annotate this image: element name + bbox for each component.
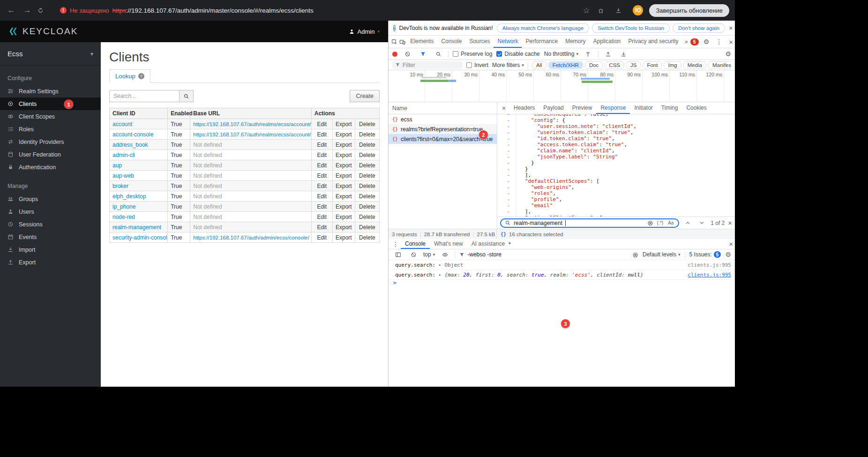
drawer-tab-ai-assistance[interactable]: AI assistance xyxy=(467,239,516,249)
console-settings-gear-icon[interactable]: ⚙ xyxy=(725,251,731,258)
base-url-link[interactable]: https://192.168.107.67/auth/realms/ecss/… xyxy=(193,121,311,127)
import-har-icon[interactable] xyxy=(603,51,614,57)
sidebar-item-import[interactable]: Import xyxy=(0,243,101,256)
client-id-link[interactable]: realm-management xyxy=(112,224,161,231)
search-input[interactable] xyxy=(109,90,180,102)
sidebar-item-sessions[interactable]: Sessions xyxy=(0,218,101,231)
kebab-menu-icon[interactable]: ⋮ xyxy=(714,38,724,45)
delete-action[interactable]: Delete xyxy=(355,171,379,181)
sidebar-item-roles[interactable]: Roles xyxy=(0,123,101,135)
devtools-tab-network[interactable]: Network xyxy=(494,36,522,48)
device-toolbar-icon[interactable] xyxy=(398,39,406,45)
edit-action[interactable]: Edit xyxy=(311,222,332,232)
export-action[interactable]: Export xyxy=(332,129,355,140)
help-icon[interactable]: ? xyxy=(138,73,144,79)
delete-action[interactable]: Delete xyxy=(355,129,379,140)
details-tab-preview[interactable]: Preview xyxy=(568,102,597,114)
checkbox-on[interactable] xyxy=(496,51,502,57)
details-tab-cookies[interactable]: Cookies xyxy=(682,102,711,114)
filter-chip-js[interactable]: JS xyxy=(626,61,641,69)
edit-action[interactable]: Edit xyxy=(311,212,332,222)
close-details-icon[interactable]: × xyxy=(498,105,509,112)
invert-checkbox[interactable]: Invert xyxy=(466,62,488,68)
more-filters-dropdown[interactable]: More filters▾ xyxy=(492,62,524,68)
create-button[interactable]: Create xyxy=(350,90,380,102)
find-input[interactable]: realm-management ⊗ (.*) Aa xyxy=(500,218,679,228)
close-search-icon[interactable]: × xyxy=(728,219,732,226)
details-tab-initiator[interactable]: Initiator xyxy=(630,102,657,114)
edit-action[interactable]: Edit xyxy=(311,119,332,129)
issues-button[interactable]: 5 Issues:5 xyxy=(689,251,721,258)
export-action[interactable]: Export xyxy=(332,222,355,232)
sidebar-item-export[interactable]: Export xyxy=(0,256,101,269)
edit-action[interactable]: Edit xyxy=(311,140,332,150)
drawer-kebab-icon[interactable]: ⋮ xyxy=(390,240,401,248)
sidebar-item-groups[interactable]: Groups xyxy=(0,193,101,205)
edit-action[interactable]: Edit xyxy=(311,181,332,191)
throttling-dropdown[interactable]: No throttling▾ xyxy=(544,51,578,57)
sidebar-item-user-federation[interactable]: User Federation xyxy=(0,148,101,161)
export-action[interactable]: Export xyxy=(332,232,355,243)
devtools-tab-memory[interactable]: Memory xyxy=(561,36,589,48)
sidebar-item-client-scopes[interactable]: Client Scopes xyxy=(0,110,101,123)
client-id-link[interactable]: elph_desktop xyxy=(112,193,146,200)
banner-close-icon[interactable]: × xyxy=(729,24,733,31)
clear-console-icon[interactable] xyxy=(408,252,419,258)
inspect-element-icon[interactable] xyxy=(390,39,398,45)
client-id-link[interactable]: admin-cli xyxy=(112,152,135,158)
downloads-icon[interactable] xyxy=(615,7,627,14)
sidebar-item-clients[interactable]: Clients xyxy=(0,97,101,110)
devtools-tab-elements[interactable]: Elements xyxy=(406,36,437,48)
export-action[interactable]: Export xyxy=(332,140,355,150)
finish-update-button[interactable]: Завершить обновление xyxy=(649,4,729,17)
response-body[interactable]: -"consentRequired": false,-"config": {-"… xyxy=(497,114,735,217)
filter-toggle-icon[interactable] xyxy=(417,51,428,57)
filter-input[interactable]: Filter xyxy=(392,61,463,69)
banner-button-switch-devtools-to-russian[interactable]: Switch DevTools to Russian xyxy=(592,23,670,33)
export-action[interactable]: Export xyxy=(332,150,355,160)
client-id-link[interactable]: security-admin-console xyxy=(112,234,168,241)
client-id-link[interactable]: aup-web xyxy=(112,172,134,179)
network-conditions-icon[interactable] xyxy=(583,51,594,57)
banner-button-don-t-show-again[interactable]: Don't show again xyxy=(673,23,725,33)
export-action[interactable]: Export xyxy=(332,212,355,222)
back-button[interactable]: ← xyxy=(6,6,17,15)
edit-action[interactable]: Edit xyxy=(311,150,332,160)
expand-triangle-icon[interactable]: ▸ xyxy=(439,262,441,267)
delete-action[interactable]: Delete xyxy=(355,160,379,171)
filter-chip-doc[interactable]: Doc xyxy=(585,61,603,69)
sidebar-item-events[interactable]: Events xyxy=(0,231,101,243)
devtools-tab-application[interactable]: Application xyxy=(590,36,625,48)
export-action[interactable]: Export xyxy=(332,119,355,129)
devtools-tab-sources[interactable]: Sources xyxy=(465,36,494,48)
details-tab-payload[interactable]: Payload xyxy=(539,102,568,114)
tab-lookup[interactable]: Lookup ? xyxy=(109,69,150,83)
devtools-tab-privacy-and-security[interactable]: Privacy and security xyxy=(624,36,682,48)
filter-chip-img[interactable]: Img xyxy=(664,61,681,69)
export-action[interactable]: Export xyxy=(332,191,355,202)
edit-action[interactable]: Edit xyxy=(311,191,332,202)
console-filter-input[interactable]: -webso -store ⊗ xyxy=(459,251,638,258)
expand-triangle-icon[interactable]: ▸ xyxy=(439,272,441,277)
source-link[interactable]: clients.js:995 xyxy=(688,272,731,278)
delete-action[interactable]: Delete xyxy=(355,191,379,202)
drawer-tab-console[interactable]: Console xyxy=(401,239,430,249)
refresh-button[interactable] xyxy=(37,7,49,14)
base-url-link[interactable]: https://192.168.107.67/auth/admin/ecss/c… xyxy=(193,235,309,240)
export-action[interactable]: Export xyxy=(332,202,355,212)
request-row-ecss[interactable]: {}ecss xyxy=(389,114,497,124)
delete-action[interactable]: Delete xyxy=(355,202,379,212)
edit-action[interactable]: Edit xyxy=(311,171,332,181)
source-link[interactable]: clients.js:995 xyxy=(688,262,731,268)
clear-search-icon[interactable]: ⊗ xyxy=(647,219,653,226)
sidebar-item-realm-settings[interactable]: Realm Settings xyxy=(0,85,101,97)
delete-action[interactable]: Delete xyxy=(355,181,379,191)
eye-icon[interactable] xyxy=(439,252,450,258)
sidebar-item-users[interactable]: Users xyxy=(0,205,101,218)
address-bar[interactable]: ! Не защищено https://192.168.107.67/aut… xyxy=(53,7,576,14)
admin-menu[interactable]: Admin ▾ xyxy=(349,28,380,35)
edit-action[interactable]: Edit xyxy=(311,202,332,212)
extensions-icon[interactable] xyxy=(598,7,609,14)
delete-action[interactable]: Delete xyxy=(355,222,379,232)
client-id-link[interactable]: aup xyxy=(112,162,122,169)
